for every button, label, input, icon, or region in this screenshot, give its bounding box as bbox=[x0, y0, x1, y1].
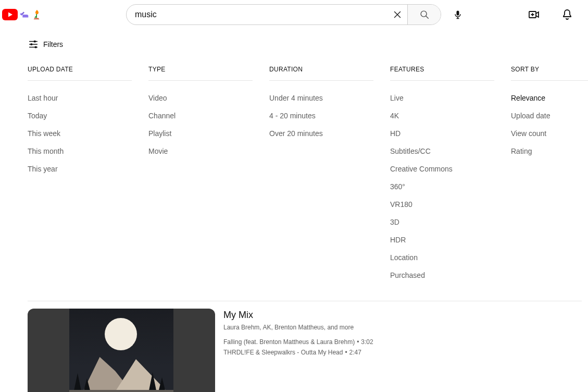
filter-column-header: FEATURES bbox=[390, 66, 494, 81]
filter-option[interactable]: 4K bbox=[390, 107, 494, 125]
result-item[interactable]: FALLING My Mix Laura Brehm, AK, Brenton … bbox=[28, 309, 582, 392]
filter-option[interactable]: This week bbox=[28, 125, 132, 142]
track-title: THRDL!FE & Sleepwalkrs - Outta My Head bbox=[223, 349, 343, 356]
topbar bbox=[0, 0, 588, 29]
filter-option[interactable]: Channel bbox=[148, 107, 253, 125]
filter-column: SORT BYRelevanceUpload dateView countRat… bbox=[511, 66, 588, 284]
filter-option[interactable]: Rating bbox=[511, 142, 588, 160]
svg-rect-6 bbox=[31, 43, 33, 45]
filter-option[interactable]: Last hour bbox=[28, 89, 132, 107]
track-duration: 2:47 bbox=[349, 349, 361, 356]
voice-search-button[interactable] bbox=[447, 4, 468, 25]
close-icon bbox=[392, 9, 403, 20]
search-input[interactable] bbox=[127, 5, 387, 24]
doodle-watering-can-icon bbox=[19, 9, 30, 20]
filter-option[interactable]: Video bbox=[148, 89, 253, 107]
filter-option[interactable]: This year bbox=[28, 160, 132, 178]
filter-option[interactable]: View count bbox=[511, 125, 588, 142]
filter-option[interactable]: VR180 bbox=[390, 195, 494, 213]
filter-option[interactable]: 4 - 20 minutes bbox=[269, 107, 373, 125]
filter-option[interactable]: Movie bbox=[148, 142, 253, 160]
search-icon bbox=[419, 9, 430, 20]
svg-point-1 bbox=[20, 13, 22, 15]
microphone-icon bbox=[453, 9, 463, 20]
create-button[interactable] bbox=[523, 4, 544, 25]
search-box bbox=[126, 4, 441, 25]
filter-option[interactable]: Over 20 minutes bbox=[269, 125, 373, 142]
filter-column-header: SORT BY bbox=[511, 66, 588, 81]
result-track[interactable]: THRDL!FE & Sleepwalkrs - Outta My Head•2… bbox=[223, 349, 373, 356]
content: Filters UPLOAD DATELast hourTodayThis we… bbox=[0, 29, 588, 392]
clear-search-button[interactable] bbox=[387, 5, 407, 24]
bell-icon bbox=[561, 8, 573, 21]
youtube-logo-icon[interactable] bbox=[2, 9, 18, 20]
search-button[interactable] bbox=[407, 5, 441, 24]
filter-option[interactable]: 360° bbox=[390, 178, 494, 195]
filters-toggle[interactable]: Filters bbox=[28, 29, 63, 55]
filter-option[interactable]: Creative Commons bbox=[390, 160, 494, 178]
svg-rect-3 bbox=[457, 11, 459, 16]
filter-option[interactable]: Today bbox=[28, 107, 132, 125]
topbar-right bbox=[523, 4, 582, 25]
track-title: Falling (feat. Brenton Mattheus & Laura … bbox=[223, 338, 355, 346]
result-meta: My Mix Laura Brehm, AK, Brenton Mattheus… bbox=[223, 309, 373, 392]
svg-rect-5 bbox=[34, 41, 36, 43]
tune-icon bbox=[28, 39, 39, 50]
filter-option[interactable]: HD bbox=[390, 125, 494, 142]
filter-option[interactable]: 3D bbox=[390, 213, 494, 231]
filter-option[interactable]: Upload date bbox=[511, 107, 588, 125]
result-track[interactable]: Falling (feat. Brenton Mattheus & Laura … bbox=[223, 338, 373, 346]
logo-zone bbox=[2, 9, 43, 20]
filters-panel: UPLOAD DATELast hourTodayThis weekThis m… bbox=[28, 55, 582, 297]
search-zone bbox=[126, 4, 468, 25]
filter-option[interactable]: Subtitles/CC bbox=[390, 142, 494, 160]
filter-column: TYPEVideoChannelPlaylistMovie bbox=[148, 66, 253, 284]
filter-column: FEATURESLive4KHDSubtitles/CCCreative Com… bbox=[390, 66, 494, 284]
filter-option[interactable]: Under 4 minutes bbox=[269, 89, 373, 107]
result-title[interactable]: My Mix bbox=[223, 310, 373, 321]
filter-option[interactable]: Playlist bbox=[148, 125, 253, 142]
notifications-button[interactable] bbox=[557, 4, 578, 25]
track-duration: 3:02 bbox=[361, 338, 373, 346]
filter-column-header: TYPE bbox=[148, 66, 253, 81]
doodle-flower-icon bbox=[31, 9, 43, 20]
filter-option[interactable]: HDR bbox=[390, 231, 494, 249]
filter-option[interactable]: Live bbox=[390, 89, 494, 107]
svg-rect-7 bbox=[35, 46, 37, 48]
filter-option[interactable]: This month bbox=[28, 142, 132, 160]
create-video-icon bbox=[528, 8, 540, 21]
results-divider bbox=[28, 301, 582, 301]
result-thumbnail[interactable]: FALLING bbox=[28, 309, 215, 392]
filter-option[interactable]: Location bbox=[390, 249, 494, 266]
filter-option[interactable]: Purchased bbox=[390, 266, 494, 284]
filter-column: DURATIONUnder 4 minutes4 - 20 minutesOve… bbox=[269, 66, 373, 284]
filter-column: UPLOAD DATELast hourTodayThis weekThis m… bbox=[28, 66, 132, 284]
filters-toggle-label: Filters bbox=[43, 40, 63, 48]
result-byline: Laura Brehm, AK, Brenton Mattheus, and m… bbox=[223, 324, 373, 331]
filter-option[interactable]: Relevance bbox=[511, 89, 588, 107]
filter-column-header: UPLOAD DATE bbox=[28, 66, 132, 81]
filter-column-header: DURATION bbox=[269, 66, 373, 81]
